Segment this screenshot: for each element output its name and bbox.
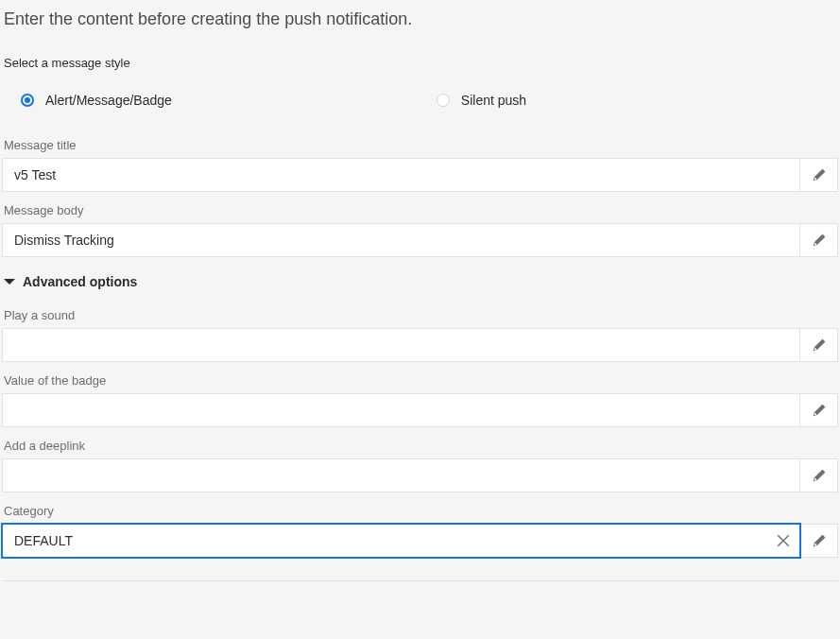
sound-input[interactable]: [2, 328, 800, 362]
radio-label-silent: Silent push: [461, 93, 526, 108]
radio-icon: [21, 94, 34, 107]
sound-label: Play a sound: [2, 297, 838, 328]
pencil-icon: [813, 404, 826, 417]
message-style-radios: Alert/Message/Badge Silent push: [2, 76, 838, 127]
divider: [2, 580, 838, 581]
message-title-input[interactable]: [2, 158, 800, 192]
edit-body-button[interactable]: [800, 223, 838, 257]
badge-input[interactable]: [2, 393, 800, 427]
badge-label: Value of the badge: [2, 362, 838, 393]
pencil-icon: [813, 534, 826, 547]
message-title-label: Message title: [2, 127, 838, 158]
page-title: Enter the content before creating the pu…: [2, 0, 838, 46]
message-body-label: Message body: [2, 192, 838, 223]
close-icon: [777, 534, 790, 547]
edit-title-button[interactable]: [800, 158, 838, 192]
chevron-down-icon: [4, 276, 15, 287]
radio-icon: [437, 94, 450, 107]
deeplink-input[interactable]: [2, 458, 800, 492]
radio-option-alert[interactable]: Alert/Message/Badge: [21, 93, 172, 108]
clear-category-button[interactable]: [774, 531, 793, 550]
edit-badge-button[interactable]: [800, 393, 838, 427]
pencil-icon: [813, 338, 826, 352]
radio-label-alert: Alert/Message/Badge: [45, 93, 172, 108]
category-input[interactable]: [2, 524, 800, 558]
pencil-icon: [813, 469, 826, 482]
category-label: Category: [2, 492, 838, 524]
pencil-icon: [813, 168, 826, 181]
message-body-input[interactable]: [2, 223, 800, 257]
style-section-label: Select a message style: [2, 46, 838, 76]
deeplink-label: Add a deeplink: [2, 427, 838, 458]
edit-category-button[interactable]: [800, 524, 838, 558]
edit-deeplink-button[interactable]: [800, 458, 838, 492]
radio-option-silent[interactable]: Silent push: [437, 93, 526, 108]
edit-sound-button[interactable]: [800, 328, 838, 362]
pencil-icon: [813, 233, 826, 247]
advanced-options-toggle[interactable]: Advanced options: [2, 257, 838, 297]
advanced-options-title: Advanced options: [23, 274, 137, 289]
